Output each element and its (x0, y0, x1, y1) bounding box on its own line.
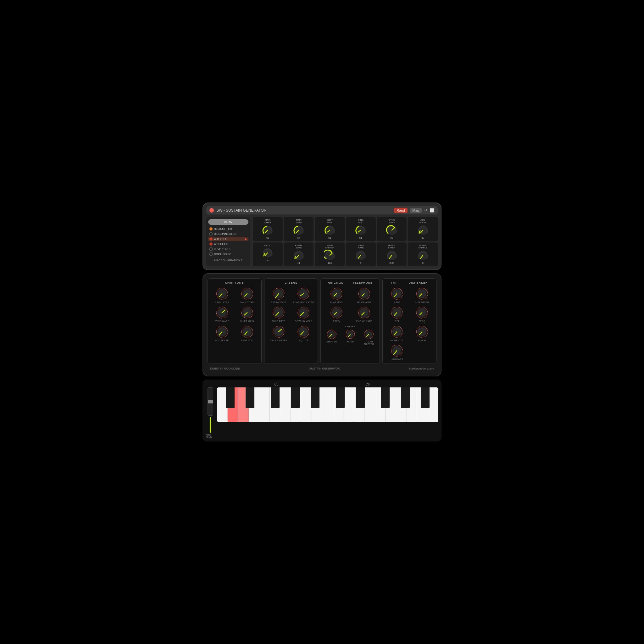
top-knobs-area: MAINLAYER 63 MAINTONE (253, 217, 438, 266)
tone-rate-synth-knob[interactable] (272, 306, 286, 319)
black-key[interactable] (356, 387, 364, 408)
knob-label: TONE RATE (272, 320, 286, 323)
eq-tilt-knob[interactable] (262, 247, 273, 258)
shift-main-knob[interactable] (324, 225, 336, 236)
knob-value: 104 (328, 262, 332, 264)
synth-knob: TONE SHIFTER (267, 325, 290, 342)
black-key[interactable] (311, 387, 319, 408)
synth-knob: MAIN TONE (236, 287, 259, 304)
tone-shifter-knob[interactable] (324, 250, 336, 261)
white-key[interactable] (280, 387, 291, 422)
list-item[interactable]: LUVE THIS 1 (208, 247, 248, 251)
macro-variations-label: MACRO VARIATIONS (208, 259, 248, 262)
main-layer-knob[interactable] (262, 225, 273, 236)
rate-fat-knob[interactable] (390, 287, 404, 301)
knob-value: 99 (391, 236, 393, 239)
clean-shifter-knob[interactable] (363, 329, 375, 340)
white-key[interactable] (259, 387, 270, 422)
freq-fat-knob[interactable] (415, 306, 429, 319)
ring-mod-knob[interactable] (355, 225, 366, 236)
pitch-bend-thumb[interactable] (208, 400, 213, 403)
tone-shifter-synth-knob[interactable] (272, 325, 286, 339)
knob-label: MORE OTT (391, 339, 403, 342)
section-title-telephone: TELEPHONE (353, 281, 373, 284)
black-key[interactable] (336, 387, 345, 408)
add-noise-synth-knob[interactable] (215, 325, 229, 339)
synth-knob: FREQ (323, 306, 349, 323)
piano-keys[interactable] (217, 387, 438, 422)
disperser-knob[interactable] (415, 287, 429, 301)
list-item[interactable]: DISCONNECTED (208, 232, 248, 236)
phone-rate-knob[interactable] (357, 306, 371, 319)
extra-tone-synth-knob[interactable] (272, 287, 286, 301)
shift-main-synth-knob[interactable] (240, 306, 254, 319)
pitch-bend-track[interactable] (208, 387, 213, 416)
black-key[interactable] (246, 387, 254, 408)
preset-name: LUVE THIS 1 (214, 247, 247, 251)
synth-knob: SHIFTER (323, 329, 340, 346)
alien-knob[interactable] (345, 329, 356, 340)
highpass-knob[interactable] (390, 344, 404, 358)
list-item[interactable]: WTFFFFF ▶ (208, 237, 248, 241)
knob-value: 11 (297, 262, 300, 264)
knob-cell-ring-mod: RINGMOD 51 (346, 217, 376, 241)
knob-label: MAINTONE (296, 219, 302, 224)
knob-label: DISPERSER (415, 301, 429, 304)
window-icon[interactable]: ⬜ (430, 208, 435, 213)
preset-name: WEEEEEE (214, 242, 247, 246)
white-key[interactable] (343, 387, 354, 422)
sync-warp-synth-knob[interactable] (215, 306, 229, 319)
map-button[interactable]: Map (410, 208, 422, 213)
preset-icon (209, 237, 213, 241)
rand-button[interactable]: Rand (394, 208, 407, 213)
ott-knob[interactable] (390, 306, 404, 319)
add-noise-knob[interactable] (417, 225, 429, 236)
black-key[interactable] (271, 387, 280, 408)
main-layer-synth-knob[interactable] (215, 287, 229, 301)
tone-rate-knob[interactable] (355, 250, 366, 261)
down-sample-knob[interactable] (417, 250, 429, 261)
ring-mod-synth-knob[interactable] (240, 325, 254, 339)
black-key[interactable] (291, 387, 300, 408)
telephone-knob[interactable] (357, 287, 371, 301)
more-ott-knob[interactable] (390, 325, 404, 339)
shifter-section-label: SHIFTER (345, 325, 355, 328)
white-key[interactable] (301, 387, 312, 422)
knob-label: DOWNSAMPLE (295, 320, 313, 323)
eq-tilt-synth-knob[interactable] (297, 325, 310, 339)
synth-knob: MAIN LAYER (210, 287, 234, 304)
black-key[interactable] (421, 387, 430, 408)
ring-mod-rm-knob[interactable] (330, 287, 343, 301)
sync-warp-knob[interactable] (386, 225, 397, 236)
black-key[interactable] (226, 387, 235, 408)
knob-label: HIGHPASS (391, 358, 403, 361)
ring-m-layer-knob[interactable] (386, 250, 397, 261)
white-key[interactable] (322, 387, 333, 422)
ring-mod-layer-synth-knob[interactable] (297, 287, 310, 301)
black-key[interactable] (401, 387, 410, 408)
extra-tone-knob[interactable] (293, 250, 304, 261)
freq-rm-knob[interactable] (330, 306, 343, 319)
sync-icon[interactable]: ↺ (424, 208, 427, 213)
pinch-knob[interactable] (415, 325, 429, 339)
white-key[interactable] (364, 387, 375, 422)
knob-label: TELEPHONE (357, 301, 372, 304)
shifter-knob[interactable] (326, 329, 337, 340)
main-tone-synth-knob[interactable] (240, 287, 254, 301)
main-tone-knob[interactable] (293, 225, 304, 236)
list-item[interactable]: HELICOPTER (208, 227, 248, 231)
footer-center: SUSTAIN GENERATOR (309, 367, 340, 370)
list-item[interactable]: COOL NOISE (208, 252, 248, 256)
downsample-synth-knob[interactable] (297, 306, 310, 319)
preset-icon (209, 232, 213, 236)
knob-label: RATE (394, 301, 400, 304)
preset-name: HELICOPTER (214, 227, 247, 230)
list-item[interactable]: WEEEEEE (208, 242, 248, 246)
knob-label: ADDNOISE (419, 219, 426, 224)
panel-body: NEW HELICOPTER DISCONNECTED WTFFFFF ▶ (206, 217, 438, 266)
traffic-light-red[interactable] (209, 208, 214, 213)
new-preset-button[interactable]: NEW (208, 219, 248, 225)
black-key[interactable] (381, 387, 390, 408)
preset-name: COOL NOISE (214, 253, 247, 256)
knob-cell-down-sample: DOWNSAMPLE 0 (408, 242, 438, 266)
